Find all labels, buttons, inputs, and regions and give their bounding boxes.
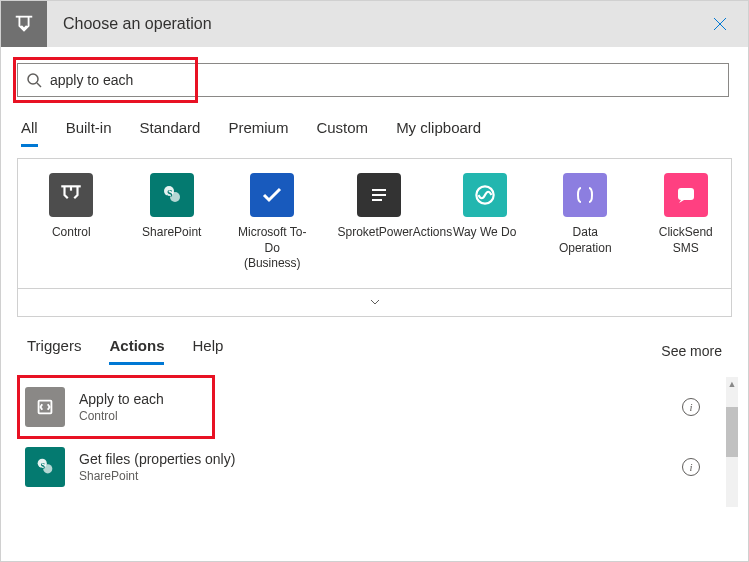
connector-control[interactable]: Control xyxy=(36,173,107,272)
category-tabs: All Built-in Standard Premium Custom My … xyxy=(17,119,732,148)
search-icon xyxy=(26,72,42,88)
scroll-up-arrow[interactable]: ▲ xyxy=(726,377,738,391)
dialog-header: Choose an operation xyxy=(1,1,748,47)
scrollbar[interactable]: ▲ xyxy=(726,377,738,507)
connector-sharepoint[interactable]: S SharePoint xyxy=(137,173,208,272)
tab-builtin[interactable]: Built-in xyxy=(66,119,112,147)
dialog-body: All Built-in Standard Premium Custom My … xyxy=(1,47,748,497)
connector-label: Microsoft To-Do (Business) xyxy=(237,225,308,272)
tab-myclipboard[interactable]: My clipboard xyxy=(396,119,481,147)
expand-connectors-button[interactable] xyxy=(17,289,732,317)
tab-custom[interactable]: Custom xyxy=(316,119,368,147)
tab-all[interactable]: All xyxy=(21,119,38,147)
waywedo-icon xyxy=(463,173,507,217)
sproket-icon xyxy=(357,173,401,217)
subtab-triggers[interactable]: Triggers xyxy=(27,337,81,365)
subtab-actions[interactable]: Actions xyxy=(109,337,164,365)
svg-rect-8 xyxy=(678,188,694,200)
svg-text:S: S xyxy=(40,462,45,471)
connector-todo[interactable]: Microsoft To-Do (Business) xyxy=(237,173,308,272)
connector-label: SharePoint xyxy=(137,225,208,241)
result-subtitle: Control xyxy=(79,409,682,423)
connector-label: Data Operation xyxy=(550,225,621,256)
clicksend-icon xyxy=(664,173,708,217)
svg-rect-5 xyxy=(372,194,386,196)
operation-header-icon xyxy=(1,1,47,47)
dialog-title: Choose an operation xyxy=(63,15,704,33)
results-tab-row: Triggers Actions Help See more xyxy=(17,337,732,365)
connectors-panel: Control S SharePoint Microsoft To-Do (Bu… xyxy=(17,158,732,289)
see-more-link[interactable]: See more xyxy=(661,343,722,359)
todo-icon xyxy=(250,173,294,217)
control-icon xyxy=(49,173,93,217)
info-icon[interactable]: i xyxy=(682,398,700,416)
connector-label: Control xyxy=(36,225,107,241)
result-subtitle: SharePoint xyxy=(79,469,682,483)
tab-premium[interactable]: Premium xyxy=(228,119,288,147)
connector-dataoperation[interactable]: Data Operation xyxy=(550,173,621,272)
results-list: Apply to each Control i S Get files (pro… xyxy=(17,377,732,497)
connector-sproket[interactable]: SproketPowerActions xyxy=(338,173,420,272)
svg-text:S: S xyxy=(167,188,173,199)
result-get-files[interactable]: S Get files (properties only) SharePoint… xyxy=(17,437,724,497)
connector-label: SproketPowerActions xyxy=(338,225,420,241)
close-button[interactable] xyxy=(704,8,736,40)
connector-waywedo[interactable]: Way We Do xyxy=(450,173,521,272)
loop-icon xyxy=(25,387,65,427)
sharepoint-icon: S xyxy=(150,173,194,217)
result-title: Apply to each xyxy=(79,391,682,407)
subtab-help[interactable]: Help xyxy=(192,337,223,365)
info-icon[interactable]: i xyxy=(682,458,700,476)
scrollbar-thumb[interactable] xyxy=(726,407,738,457)
svg-rect-6 xyxy=(372,199,382,201)
connector-clicksend[interactable]: ClickSend SMS xyxy=(651,173,722,272)
search-box[interactable] xyxy=(17,63,729,97)
connector-label: Way We Do xyxy=(450,225,521,241)
tab-standard[interactable]: Standard xyxy=(140,119,201,147)
result-apply-to-each[interactable]: Apply to each Control i xyxy=(17,377,724,437)
chevron-down-icon xyxy=(369,296,381,308)
dataoperation-icon xyxy=(563,173,607,217)
search-input[interactable] xyxy=(50,72,720,88)
result-title: Get files (properties only) xyxy=(79,451,682,467)
sharepoint-icon: S xyxy=(25,447,65,487)
svg-point-0 xyxy=(28,74,38,84)
connector-label: ClickSend SMS xyxy=(651,225,722,256)
svg-rect-4 xyxy=(372,189,386,191)
